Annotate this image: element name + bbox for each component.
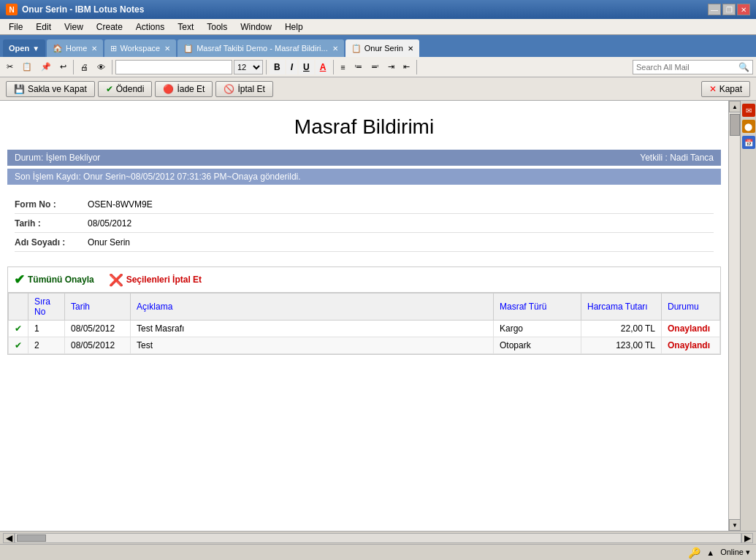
status-bar: Durum: İşlem Bekliyor Yetkili : Nadi Tan…	[7, 150, 721, 166]
h-scroll-thumb[interactable]	[17, 534, 46, 542]
home-icon: 🏠	[53, 44, 63, 53]
tab-open[interactable]: Open ▼	[3, 39, 45, 57]
cancel-selected-button[interactable]: ❌ Seçilenleri İptal Et	[109, 273, 202, 287]
open-tab-label: Open	[9, 44, 29, 53]
toolbar-indent1[interactable]: ⇥	[384, 60, 398, 74]
online-label[interactable]: Online ▾	[720, 548, 750, 557]
tab-masraf-demo-close[interactable]: ✕	[332, 45, 338, 53]
restore-button[interactable]: ❐	[722, 4, 736, 15]
toolbar-sep5	[416, 60, 417, 74]
return-icon: 🔴	[163, 84, 174, 94]
toolbar-print[interactable]: 🖨	[77, 61, 92, 74]
menu-help[interactable]: Help	[279, 20, 309, 34]
font-name-input[interactable]	[115, 60, 232, 74]
approve-all-icon: ✔	[14, 272, 25, 288]
rp-icon-3[interactable]: 📅	[742, 136, 755, 149]
return-button[interactable]: 🔴 İade Et	[155, 81, 213, 97]
name-label: Adı Soyadı :	[15, 237, 88, 248]
toolbar-paste[interactable]: 📌	[37, 60, 55, 74]
save-close-button[interactable]: 💾 Sakla ve Kapat	[6, 81, 95, 97]
toolbar: ✂ 📋 📌 ↩ 🖨 👁 12 B I U A ≡ ≔ ≕ ⇥ ⇤ 🔍	[0, 57, 756, 77]
menu-actions[interactable]: Actions	[130, 20, 170, 34]
cancel-sel-icon: ❌	[109, 273, 123, 287]
tab-bar: Open ▼ 🏠 Home ✕ ⊞ Workspace ✕ 📋 Masraf T…	[0, 35, 756, 57]
col-harcama: Harcama Tutarı	[581, 294, 662, 321]
formno-value: OSEN-8WVM9E	[88, 199, 153, 210]
rp-icon-2[interactable]: ⬤	[742, 120, 755, 133]
cancel-icon: 🚫	[224, 84, 234, 94]
tarih-value: 08/05/2012	[88, 218, 131, 229]
menu-window[interactable]: Window	[234, 20, 278, 34]
toolbar-copy[interactable]: 📋	[18, 60, 36, 74]
table-section: ✔ Tümünü Onayla ❌ Seçilenleri İptal Et S…	[7, 266, 721, 355]
row1-tarih: 08/05/2012	[65, 321, 131, 337]
menu-tools[interactable]: Tools	[201, 20, 233, 34]
col-masraf-turu: Masraf Türü	[494, 294, 581, 321]
search-input[interactable]	[633, 62, 736, 72]
cancel-label: İptal Et	[237, 84, 264, 94]
approve-all-label: Tümünü Onayla	[28, 275, 94, 285]
form-title: Masraf Bildirimi	[0, 101, 728, 150]
font-size-select[interactable]: 12	[234, 60, 263, 74]
close-window-button[interactable]: ✕	[737, 4, 750, 15]
vertical-scrollbar[interactable]: ▲ ▼	[728, 101, 740, 531]
tab-masraf-demo[interactable]: 📋 Masraf Takibi Demo - Masraf Bildiri...…	[177, 39, 344, 57]
toolbar-align[interactable]: ≡	[337, 61, 348, 74]
right-panel: ✉ ⬤ 📅	[740, 101, 756, 531]
tab-onur-serin-close[interactable]: ✕	[408, 45, 413, 53]
content-scroll-area: Masraf Bildirimi Durum: İşlem Bekliyor Y…	[0, 101, 740, 531]
table-row: ✔ 1 08/05/2012 Test Masrafı Kargo 22,00 …	[9, 321, 720, 337]
menu-create[interactable]: Create	[91, 20, 129, 34]
rp-icon-1[interactable]: ✉	[742, 104, 755, 117]
tab-workspace[interactable]: ⊞ Workspace ✕	[104, 39, 176, 57]
row2-harcama: 123,00 TL	[581, 337, 662, 354]
row2-check[interactable]: ✔	[9, 337, 28, 354]
toolbar-list1[interactable]: ≔	[351, 60, 366, 74]
app-icon: N	[6, 4, 18, 15]
toolbar-list2[interactable]: ≕	[367, 60, 383, 74]
tab-home[interactable]: 🏠 Home ✕	[47, 39, 103, 57]
search-icon[interactable]: 🔍	[736, 62, 752, 72]
toolbar-preview[interactable]: 👁	[93, 61, 109, 74]
scroll-down-button[interactable]: ▼	[729, 519, 741, 531]
horizontal-scrollbar[interactable]	[15, 533, 741, 543]
form-fields: Form No : OSEN-8WVM9E Tarih : 08/05/2012…	[0, 188, 728, 259]
approve-all-button[interactable]: ✔ Tümünü Onayla	[14, 272, 94, 288]
row2-masraf: Otopark	[494, 337, 581, 354]
menu-text[interactable]: Text	[172, 20, 199, 34]
main-container: Masraf Bildirimi Durum: İşlem Bekliyor Y…	[0, 101, 756, 531]
close-button[interactable]: ✕ Kapat	[701, 81, 750, 97]
col-sira: Sıra No	[28, 294, 65, 321]
toolbar-sep1	[73, 60, 74, 74]
scroll-right-button[interactable]: ▶	[741, 533, 753, 543]
col-tarih: Tarih	[65, 294, 131, 321]
search-box: 🔍	[633, 60, 753, 74]
save-close-label: Sakla ve Kapat	[28, 84, 87, 94]
menu-file[interactable]: File	[3, 20, 28, 34]
scroll-left-button[interactable]: ◀	[3, 533, 15, 543]
col-aciklama: Açıklama	[131, 294, 494, 321]
cancel-button[interactable]: 🚫 İptal Et	[215, 81, 272, 97]
minimize-button[interactable]: —	[708, 4, 721, 15]
tab-masraf-demo-label: Masraf Takibi Demo - Masraf Bildiri...	[196, 44, 328, 53]
save-close-icon: 💾	[14, 84, 25, 94]
color-button[interactable]: A	[316, 60, 331, 74]
row1-check[interactable]: ✔	[9, 321, 28, 337]
scroll-thumb[interactable]	[730, 114, 740, 136]
row2-sira: 2	[28, 337, 65, 354]
toolbar-sep3	[266, 60, 267, 74]
tab-home-close[interactable]: ✕	[91, 45, 97, 53]
underline-button[interactable]: U	[299, 60, 314, 74]
tab-workspace-close[interactable]: ✕	[164, 45, 170, 53]
approve-button[interactable]: ✔ Ödendi	[98, 81, 153, 97]
toolbar-indent2[interactable]: ⇤	[400, 60, 413, 74]
italic-button[interactable]: I	[286, 60, 297, 74]
toolbar-undo[interactable]: ↩	[56, 60, 70, 74]
row2-durum: Onaylandı	[662, 337, 720, 354]
bold-button[interactable]: B	[270, 60, 285, 74]
menu-view[interactable]: View	[58, 20, 89, 34]
toolbar-cut[interactable]: ✂	[3, 60, 17, 74]
tab-onur-serin[interactable]: 📋 Onur Serin ✕	[345, 39, 419, 57]
scroll-up-button[interactable]: ▲	[729, 101, 741, 112]
menu-edit[interactable]: Edit	[30, 20, 57, 34]
